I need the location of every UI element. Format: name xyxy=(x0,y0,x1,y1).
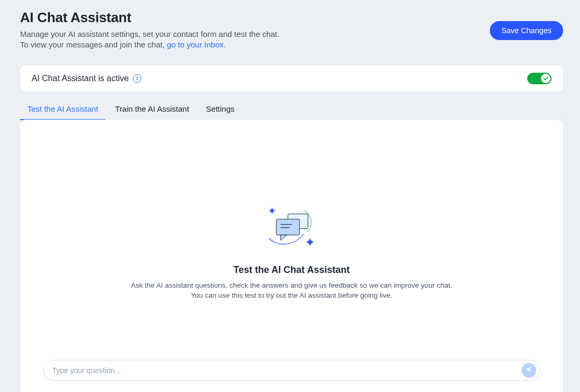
info-icon[interactable]: i xyxy=(133,74,141,83)
tab-settings[interactable]: Settings xyxy=(206,100,235,120)
page-title: AI Chat Assistant xyxy=(20,9,490,26)
inbox-link[interactable]: go to your Inbox xyxy=(167,40,224,49)
empty-state: Test the AI Chat Assistant Ask the AI as… xyxy=(43,132,540,339)
subtitle-line-2-suffix: . xyxy=(224,40,226,49)
send-icon xyxy=(525,366,533,375)
chat-input-row xyxy=(43,360,540,381)
chat-input[interactable] xyxy=(52,366,521,375)
check-icon xyxy=(541,74,550,83)
tabs: Test the AI Assistant Train the AI Assis… xyxy=(20,100,563,120)
status-text: AI Chat Assistant is active xyxy=(32,74,129,83)
subtitle-line-2-prefix: To view your messages and join the chat, xyxy=(20,40,167,49)
subtitle-line-1: Manage your AI assistant settings, set y… xyxy=(20,30,279,38)
save-button[interactable]: Save Changes xyxy=(490,21,563,40)
tab-test[interactable]: Test the AI Assistant xyxy=(27,100,98,120)
status-card: AI Chat Assistant is active i xyxy=(20,65,563,92)
tab-train[interactable]: Train the AI Assistant xyxy=(115,100,189,120)
active-toggle[interactable] xyxy=(527,73,552,84)
empty-state-description: Ask the AI assistant questions, check th… xyxy=(131,281,452,301)
empty-state-title: Test the AI Chat Assistant xyxy=(234,264,350,276)
page-subtitle: Manage your AI assistant settings, set y… xyxy=(20,29,490,51)
send-button[interactable] xyxy=(521,363,536,378)
chat-illustration-icon xyxy=(263,201,321,251)
empty-desc-line-1: Ask the AI assistant questions, check th… xyxy=(131,281,452,289)
empty-desc-line-2: You can use this test to try out the AI … xyxy=(191,291,392,299)
main-panel: Test the AI Chat Assistant Ask the AI as… xyxy=(20,120,563,393)
svg-rect-1 xyxy=(276,219,299,235)
